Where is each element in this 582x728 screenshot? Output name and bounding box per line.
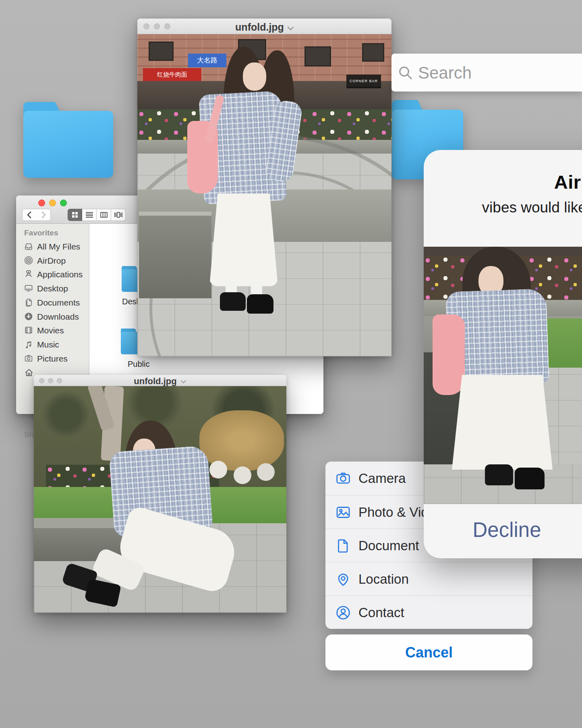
sidebar-item-label: Downloads: [37, 312, 79, 322]
applications-icon: [24, 270, 34, 279]
search-placeholder: Search: [418, 63, 472, 83]
sidebar-item-label: Desktop: [37, 284, 68, 293]
location-icon: [335, 571, 351, 587]
music-icon: [24, 340, 34, 349]
pictures-icon: [24, 354, 34, 364]
sidebar-item-label: AirDrop: [37, 256, 66, 266]
window-title-text: unfold.jpg: [235, 21, 284, 33]
search-input[interactable]: Search: [391, 54, 582, 92]
movies-icon: [24, 326, 34, 335]
sidebar-item-label: Music: [37, 340, 59, 349]
list-view-button[interactable]: [82, 209, 97, 221]
window-title: unfold.jpg: [34, 376, 286, 387]
photo-girl-standing: 大名路 红烧牛肉面 CORNER BAR: [137, 34, 391, 356]
sidebar-item-documents[interactable]: Documents: [16, 297, 89, 310]
sidebar-item-downloads[interactable]: Downloads: [16, 311, 89, 324]
menu-item-label: Contact: [358, 605, 404, 620]
desktop-folder-icon[interactable]: [23, 102, 113, 178]
downloads-icon: [24, 312, 34, 322]
chevron-down-icon[interactable]: [181, 378, 186, 383]
contact-icon: [335, 605, 351, 621]
photo-girl-sitting: [34, 386, 286, 613]
chevron-down-icon[interactable]: [288, 24, 294, 30]
forward-button[interactable]: [36, 209, 51, 221]
back-button[interactable]: [22, 209, 37, 221]
home-icon: [24, 368, 34, 377]
coverflow-view-button[interactable]: [111, 209, 126, 221]
document-icon: [335, 538, 351, 554]
corner-bar-sign: CORNER BAR: [346, 75, 381, 88]
preview-titlebar[interactable]: unfold.jpg: [34, 375, 286, 386]
airdrop-dialog: AirDrop vibes would like to share a phot…: [424, 150, 582, 558]
menu-item-label: Location: [358, 572, 409, 587]
sidebar-item-movies[interactable]: Movies: [16, 324, 89, 337]
sidebar-item-label: Documents: [37, 298, 80, 308]
sidebar-item-applications[interactable]: Applications: [16, 268, 89, 281]
sidebar-item-all-my-files[interactable]: All My Files: [16, 241, 89, 254]
sidebar-item-label: Pictures: [37, 354, 68, 364]
menu-item-label: Camera: [358, 471, 406, 486]
cancel-button[interactable]: Cancel: [325, 634, 532, 670]
desktop-collage: Favorites All My FilesAirDropApplication…: [0, 0, 582, 728]
sidebar-item-pictures[interactable]: Pictures: [16, 353, 89, 366]
folder-body: [23, 111, 113, 178]
red-shop-sign: 红烧牛肉面: [143, 68, 201, 81]
photo-girl-arms-crossed: [424, 247, 582, 504]
minimize-button[interactable]: [49, 200, 56, 206]
sidebar-item-airdrop[interactable]: AirDrop: [16, 255, 89, 268]
sidebar-item-music[interactable]: Music: [16, 339, 89, 352]
airdrop-dialog-title: AirDrop: [424, 171, 582, 193]
decline-button[interactable]: Decline: [424, 504, 582, 558]
airdrop-icon: [24, 256, 34, 266]
preview-window-bottom: unfold.jpg: [34, 375, 286, 613]
folder-label-public: Public: [128, 360, 149, 369]
sidebar-item-label: All My Files: [37, 242, 80, 252]
sidebar-item-label: Movies: [37, 326, 64, 335]
icon-view-button[interactable]: [68, 209, 82, 221]
search-icon: [397, 64, 413, 81]
zoom-button[interactable]: [60, 200, 67, 206]
preview-window-top: unfold.jpg 大名路 红烧牛肉面 CORNER BAR: [137, 19, 391, 356]
window-title: unfold.jpg: [137, 21, 391, 33]
menu-item-contact[interactable]: Contact: [325, 595, 532, 629]
photo-video-icon: [335, 504, 351, 520]
sidebar-item-desktop[interactable]: Desktop: [16, 283, 89, 295]
column-view-button[interactable]: [97, 209, 111, 221]
desktop-icon: [24, 284, 34, 293]
menu-item-label: Document: [358, 538, 419, 553]
preview-titlebar[interactable]: unfold.jpg: [137, 19, 391, 34]
documents-icon: [24, 298, 34, 308]
sidebar-item-label: Applications: [37, 270, 83, 279]
airdrop-dialog-subtitle: vibes would like to share a photo: [424, 199, 582, 216]
favorites-header: Favorites: [24, 229, 58, 237]
window-title-text: unfold.jpg: [134, 376, 176, 386]
all-my-files-icon: [24, 242, 34, 252]
street-sign: 大名路: [188, 54, 226, 67]
camera-icon: [335, 470, 351, 487]
menu-item-location[interactable]: Location: [325, 562, 532, 595]
close-button[interactable]: [38, 200, 45, 206]
